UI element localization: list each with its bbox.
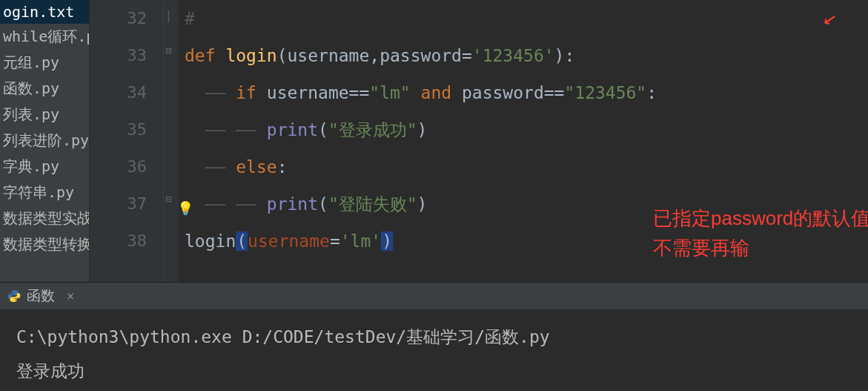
paren: ( [318,120,328,139]
file-item[interactable]: 数据类型转换 [0,231,89,257]
file-item[interactable]: 列表进阶.py [0,128,89,154]
string: '123456' [472,46,554,65]
line-number: 32 [90,0,147,37]
builtin: print [267,120,318,139]
code-line[interactable]: def login(username,password='123456'): [179,37,868,74]
run-tab[interactable]: 函数 × [7,286,74,306]
comma: , [369,46,380,65]
equals: = [462,46,472,65]
console-line: C:\python3\python.exe D:/CODE/testDev/基础… [16,320,868,354]
keyword: and [421,83,452,102]
equals: = [330,231,340,251]
fold-line-icon: │ [165,10,171,22]
python-icon [7,289,21,303]
keyword: else [236,157,276,177]
fold-end-icon[interactable]: ⊟ [165,193,171,205]
file-item[interactable]: 数据类型实战 [0,206,89,231]
annotation-text: 已指定password的默认值，就 不需要再输 [653,203,868,263]
line-number: 38 [90,223,147,260]
keyword: def [185,46,216,65]
code-line[interactable]: —— —— print("登录成功") [179,111,868,148]
code-line[interactable]: —— else: [179,148,868,185]
code-editor[interactable]: ↙ 💡 # def login(username,password='12345… [179,0,868,282]
file-item[interactable]: 字符串.py [0,180,89,206]
code-line[interactable]: # [179,0,868,37]
run-tabbar[interactable]: 函数 × [0,283,868,309]
run-tab-label: 函数 [27,286,55,306]
identifier: password [462,83,544,102]
param: username [288,46,370,65]
string: "登录成功" [328,120,417,139]
string: "登陆失败" [328,194,417,214]
console-output[interactable]: C:\python3\python.exe D:/CODE/testDev/基础… [0,309,868,391]
colon: : [277,157,288,177]
fold-column: │ ⊟ ⊟ [164,0,179,282]
paren: ) [417,194,428,214]
param: password [380,46,462,65]
operator: == [544,83,565,102]
colon: : [564,46,574,65]
guide: —— [205,157,236,177]
guide: —— —— [205,120,267,139]
paren-highlight: ( [236,231,248,251]
file-item[interactable]: 函数.py [0,76,89,102]
comment: # [185,9,195,28]
string: "lm" [369,83,410,102]
code-line[interactable]: —— if username=="lm" and password=="1234… [179,74,868,111]
bulb-icon[interactable]: 💡 [177,190,193,227]
operator: == [349,83,370,102]
line-number: 35 [90,111,147,148]
guide: —— [205,83,236,102]
file-item[interactable]: 字典.py [0,154,89,180]
identifier: username [267,83,349,102]
builtin: print [267,194,318,214]
identifier: login [185,231,236,251]
paren: ( [277,46,288,65]
close-icon[interactable]: × [67,289,74,303]
console-line: 登录成功 [16,354,868,388]
string: 'lm' [340,231,381,251]
project-sidebar[interactable]: ogin.txt while循环.py 元组.py 函数.py 列表.py 列表… [0,0,90,282]
kwarg: username [248,231,330,251]
line-gutter: 32 33 34 35 36 37 38 [90,0,164,282]
line-number: 36 [90,148,147,185]
line-number: 37 [90,185,147,223]
file-item[interactable]: ogin.txt [0,0,89,24]
file-item[interactable]: while循环.py [0,24,89,50]
paren: ( [318,194,328,214]
paren: ) [417,120,428,139]
string: "123456" [564,83,646,102]
fold-minus-icon[interactable]: ⊟ [165,45,171,56]
function-name: login [225,46,276,65]
line-number: 34 [90,74,147,111]
colon: : [646,83,657,102]
paren: ) [554,46,565,65]
file-item[interactable]: 列表.py [0,102,89,128]
line-number: 33 [90,37,147,74]
paren-highlight: ) [381,231,393,251]
file-item[interactable]: 元组.py [0,50,89,76]
guide: —— —— [205,194,267,214]
keyword: if [236,83,256,102]
